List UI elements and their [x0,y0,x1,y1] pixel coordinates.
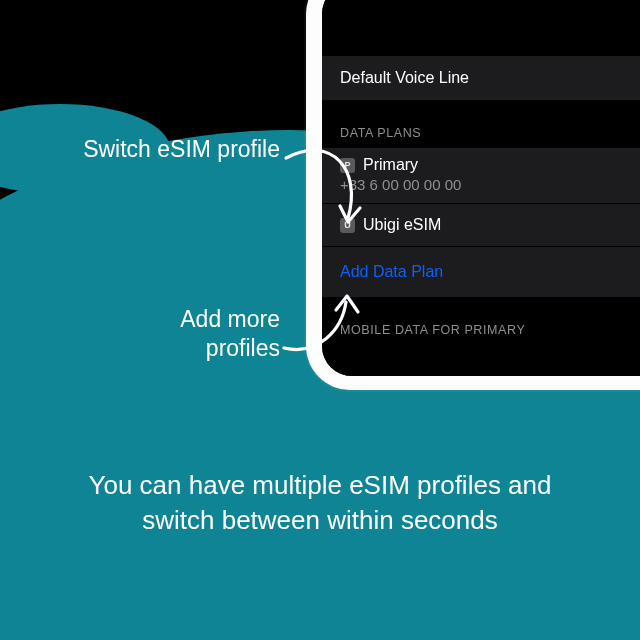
callout-add-more-profiles: Add more profiles [110,305,280,363]
callout-switch-profile-text: Switch eSIM profile [83,136,280,162]
add-data-plan-label: Add Data Plan [340,263,443,281]
callout-add-more-profiles-text: Add more profiles [180,306,280,361]
marketing-caption: You can have multiple eSIM profiles and … [0,468,640,538]
marketing-caption-text: You can have multiple eSIM profiles and … [89,470,552,535]
arrow-icon [280,290,390,360]
callout-switch-profile: Switch eSIM profile [60,135,280,164]
default-voice-line-label: Default Voice Line [340,69,469,87]
default-voice-line-row[interactable]: Default Voice Line [322,56,640,100]
arrow-icon [282,140,392,245]
data-plans-header-label: DATA PLANS [340,126,421,140]
